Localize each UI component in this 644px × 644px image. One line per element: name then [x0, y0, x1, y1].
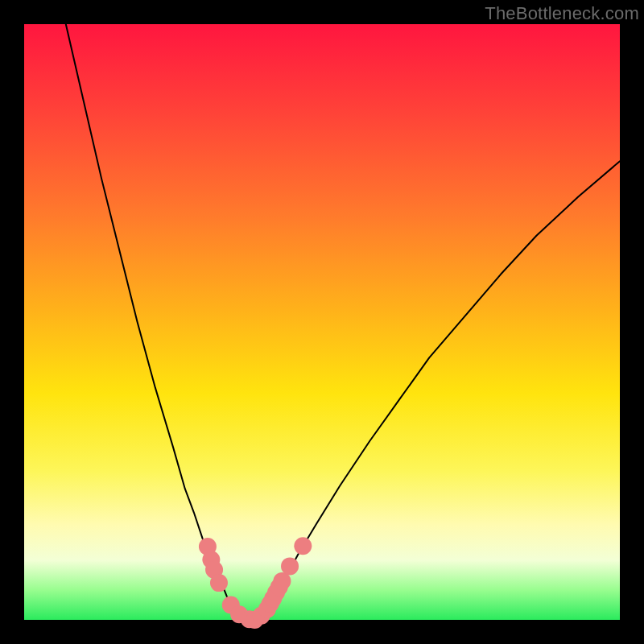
pink-dots-dot	[294, 537, 312, 555]
pink-dots-dot	[210, 574, 228, 592]
watermark-text: TheBottleneck.com	[485, 3, 639, 24]
series-left-branch	[66, 24, 234, 612]
pink-dots-dot	[281, 557, 299, 575]
curve-layer	[24, 24, 620, 620]
series-right-branch	[266, 161, 620, 612]
chart-stage: TheBottleneck.com	[0, 0, 644, 644]
